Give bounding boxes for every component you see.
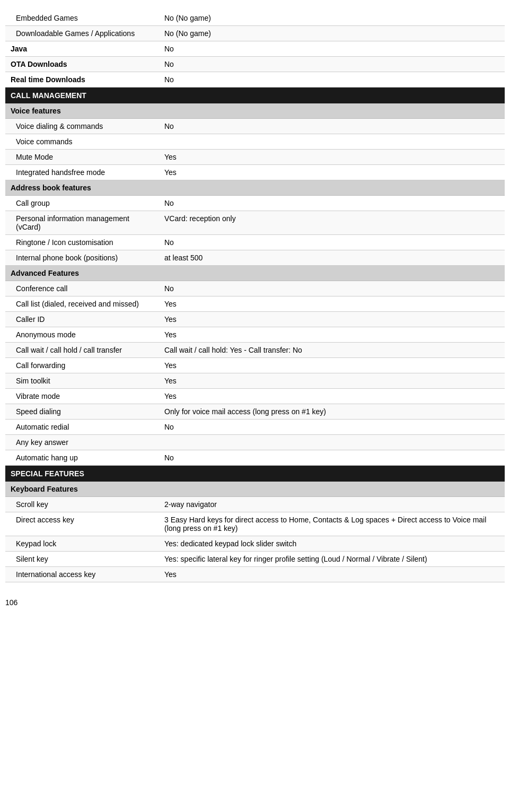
table-row: Scroll key2-way navigator [5,497,505,512]
row-value: Yes [159,165,505,180]
page-number: 106 [5,598,505,607]
table-row: Caller IDYes [5,312,505,327]
sub-header-row: Address book features [5,180,505,196]
sub-header-row: Voice features [5,103,505,119]
table-row: Vibrate modeYes [5,389,505,404]
sub-header-value [159,482,505,497]
row-value: No [159,196,505,211]
table-row: Conference callNo [5,281,505,296]
row-label: Direct access key [5,512,159,536]
row-value: No [159,41,505,57]
row-value: 3 Easy Hard keys for direct access to Ho… [159,512,505,536]
specs-table: Embedded GamesNo (No game)Downloadable G… [5,11,505,582]
row-label: Sim toolkit [5,373,159,389]
row-label: Automatic hang up [5,450,159,466]
row-label: Call group [5,196,159,211]
table-row: Real time DownloadsNo [5,72,505,88]
section-header-cell: CALL MANAGEMENT [5,88,505,104]
row-label: Call forwarding [5,358,159,373]
sub-header-value [159,266,505,281]
table-row: Integrated handsfree modeYes [5,165,505,180]
row-label: Java [5,41,159,57]
row-label: Anonymous mode [5,327,159,343]
table-row: JavaNo [5,41,505,57]
row-label: Real time Downloads [5,72,159,88]
row-value: Yes: specific lateral key for ringer pro… [159,552,505,567]
row-value: No [159,72,505,88]
row-value: 2-way navigator [159,497,505,512]
row-label: International access key [5,567,159,582]
row-label: Any key answer [5,435,159,450]
row-value: Only for voice mail access (long press o… [159,404,505,420]
row-label: Silent key [5,552,159,567]
row-label: Call wait / call hold / call transfer [5,343,159,358]
row-value [159,134,505,150]
row-label: Vibrate mode [5,389,159,404]
row-value: Yes [159,296,505,312]
table-row: Mute ModeYes [5,150,505,165]
table-row: Internal phone book (positions)at least … [5,250,505,266]
table-row: Anonymous modeYes [5,327,505,343]
table-row: Call groupNo [5,196,505,211]
section-header-row: SPECIAL FEATURES [5,466,505,482]
table-row: Call list (dialed, received and missed)Y… [5,296,505,312]
table-row: Personal information management (vCard)V… [5,211,505,235]
row-label: Internal phone book (positions) [5,250,159,266]
row-label: Integrated handsfree mode [5,165,159,180]
row-value [159,435,505,450]
sub-header-value [159,180,505,196]
row-value: No (No game) [159,26,505,41]
row-label: Embedded Games [5,11,159,26]
row-value: Yes [159,358,505,373]
table-row: Downloadable Games / ApplicationsNo (No … [5,26,505,41]
table-row: Embedded GamesNo (No game) [5,11,505,26]
table-row: Speed dialingOnly for voice mail access … [5,404,505,420]
row-value: No [159,119,505,134]
table-row: Silent keyYes: specific lateral key for … [5,552,505,567]
row-label: Personal information management (vCard) [5,211,159,235]
sub-header-value [159,103,505,119]
sub-header-label: Keyboard Features [5,482,159,497]
row-value: No [159,235,505,250]
table-row: Sim toolkitYes [5,373,505,389]
row-label: OTA Downloads [5,57,159,72]
row-label: Automatic redial [5,420,159,435]
row-value: Yes [159,567,505,582]
row-value: Yes: dedicated keypad lock slider switch [159,536,505,552]
row-value: Yes [159,389,505,404]
row-value: No [159,420,505,435]
row-label: Mute Mode [5,150,159,165]
sub-header-row: Keyboard Features [5,482,505,497]
row-label: Voice dialing & commands [5,119,159,134]
table-row: Voice dialing & commandsNo [5,119,505,134]
table-row: Keypad lockYes: dedicated keypad lock sl… [5,536,505,552]
row-value: Yes [159,373,505,389]
row-label: Conference call [5,281,159,296]
row-value: at least 500 [159,250,505,266]
row-label: Keypad lock [5,536,159,552]
row-value: Yes [159,150,505,165]
table-row: Ringtone / Icon customisationNo [5,235,505,250]
table-row: OTA DownloadsNo [5,57,505,72]
row-value: Yes [159,327,505,343]
table-row: International access keyYes [5,567,505,582]
table-row: Voice commands [5,134,505,150]
row-value: VCard: reception only [159,211,505,235]
row-value: No [159,57,505,72]
table-row: Call forwardingYes [5,358,505,373]
sub-header-label: Address book features [5,180,159,196]
row-value: No [159,281,505,296]
row-value: No [159,450,505,466]
section-header-cell: SPECIAL FEATURES [5,466,505,482]
row-label: Scroll key [5,497,159,512]
sub-header-row: Advanced Features [5,266,505,281]
row-label: Speed dialing [5,404,159,420]
row-value: Yes [159,312,505,327]
table-row: Automatic redialNo [5,420,505,435]
row-label: Downloadable Games / Applications [5,26,159,41]
row-value: No (No game) [159,11,505,26]
section-header-row: CALL MANAGEMENT [5,88,505,104]
table-row: Call wait / call hold / call transferCal… [5,343,505,358]
row-label: Voice commands [5,134,159,150]
row-label: Ringtone / Icon customisation [5,235,159,250]
